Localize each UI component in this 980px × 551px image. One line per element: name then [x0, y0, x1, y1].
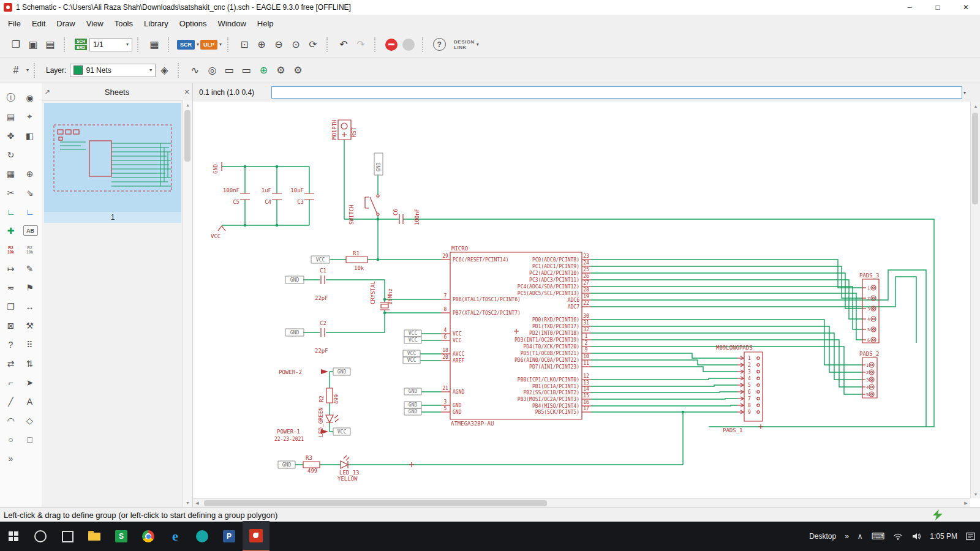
menu-library[interactable]: Library — [138, 16, 174, 31]
scroll-thumb[interactable] — [972, 113, 978, 204]
close-button[interactable]: ✕ — [952, 0, 980, 15]
delete-icon[interactable]: ⊠ — [2, 318, 20, 332]
search-button[interactable] — [27, 522, 54, 551]
polygon-icon[interactable]: ◇ — [21, 413, 39, 427]
blue-app-button[interactable]: P — [216, 522, 243, 551]
rotate-icon[interactable]: ↻ — [2, 148, 20, 162]
scroll-up-icon[interactable]: ▲ — [183, 100, 192, 109]
tag-icon[interactable]: ◈ — [156, 62, 172, 78]
bus-icon[interactable]: ∟ — [21, 204, 39, 219]
paste-icon[interactable]: ⇘ — [21, 186, 39, 200]
menu-view[interactable]: View — [81, 16, 109, 31]
popout-icon[interactable]: ↗ — [42, 88, 53, 96]
dimension-icon[interactable]: ↔ — [21, 299, 39, 313]
teal-app-button[interactable] — [189, 522, 216, 551]
canvas-vscrollbar[interactable]: ▲ ▼ — [970, 102, 980, 498]
scroll-left-icon[interactable]: ◀ — [193, 499, 202, 508]
zoom-in-icon[interactable]: ⊕ — [254, 37, 270, 53]
label-icon[interactable]: ⚑ — [21, 280, 39, 294]
desktop-toolbar-label[interactable]: Desktop — [809, 532, 836, 541]
edge-button[interactable]: e — [162, 522, 189, 551]
print-icon[interactable]: ▤ — [42, 37, 58, 53]
pinswap-icon[interactable]: ⇄ — [2, 356, 20, 370]
sch-brd-toggle[interactable]: SCH BRD — [73, 37, 89, 53]
undo-icon[interactable]: ↶ — [336, 37, 352, 53]
menu-window[interactable]: Window — [213, 16, 252, 31]
action-center-icon[interactable] — [966, 532, 976, 541]
scroll-thumb[interactable] — [204, 500, 547, 506]
menu-options[interactable]: Options — [174, 16, 213, 31]
display-icon[interactable]: ▤ — [2, 110, 20, 124]
zoom-select-icon[interactable]: ⊙ — [288, 37, 304, 53]
net-icon[interactable]: ∟ — [2, 204, 20, 219]
menu-edit[interactable]: Edit — [26, 16, 51, 31]
more-icon[interactable]: » — [2, 451, 20, 465]
value-icon[interactable]: R2 10k — [2, 242, 20, 257]
clock[interactable]: 1:05 PM — [930, 532, 957, 541]
help-icon[interactable]: ? — [431, 37, 447, 53]
name-icon[interactable]: AB — [23, 225, 38, 236]
sheet-thumbnail[interactable] — [44, 103, 181, 212]
sheets-scrollbar[interactable]: ▲ ▼ — [183, 100, 192, 507]
info-icon[interactable]: ⓘ — [2, 91, 20, 105]
ulp-button[interactable]: ULP ▾ — [200, 37, 222, 53]
panel-close-icon[interactable]: ✕ — [181, 88, 192, 96]
scroll-up-icon[interactable]: ▲ — [971, 102, 980, 110]
task-view-button[interactable] — [54, 522, 81, 551]
open-icon[interactable]: ❐ — [8, 37, 24, 53]
schematic-canvas[interactable]: MO1PTHRSTGND100nFC51uFC410uFC3VCCSWITCHC… — [193, 102, 970, 498]
menu-file[interactable]: File — [2, 16, 26, 31]
eye-icon[interactable]: ◎ — [204, 62, 220, 78]
cut-icon[interactable]: ✂ — [2, 186, 20, 200]
miter-icon[interactable]: ⌐ — [2, 375, 20, 389]
eagle-taskbar-button[interactable] — [243, 521, 270, 551]
file-explorer-button[interactable] — [81, 522, 108, 551]
scroll-down-icon[interactable]: ▼ — [183, 498, 192, 507]
gear-icon[interactable]: ⚙ — [273, 62, 288, 78]
add-link-icon[interactable]: ⊕ — [255, 62, 271, 78]
layer-select[interactable]: 91 Nets ▾ — [70, 64, 156, 77]
scroll-thumb[interactable] — [184, 110, 190, 162]
command-input[interactable] — [271, 86, 962, 99]
menu-tools[interactable]: Tools — [109, 16, 138, 31]
chrome-button[interactable] — [135, 522, 162, 551]
redo-icon[interactable]: ↷ — [353, 37, 369, 53]
scroll-down-icon[interactable]: ▼ — [971, 490, 980, 498]
text-icon[interactable]: A — [21, 394, 39, 408]
group-icon[interactable]: ▦ — [2, 167, 20, 181]
toolbar-expand-icon[interactable]: » — [845, 532, 849, 541]
copy-icon[interactable]: ❐ — [2, 299, 20, 313]
wire-icon[interactable]: ╱ — [2, 394, 20, 408]
stop-icon[interactable] — [383, 37, 399, 53]
cam-icon[interactable]: ▦ — [146, 37, 162, 53]
scr-button[interactable]: SCR ▾ — [177, 37, 199, 53]
volume-icon[interactable] — [911, 533, 921, 540]
touch-keyboard-icon[interactable]: ⌨ — [872, 531, 885, 542]
maximize-button[interactable]: □ — [924, 0, 952, 15]
junction-icon[interactable]: ✚ — [2, 223, 20, 238]
go-icon[interactable] — [401, 37, 417, 53]
canvas-hscrollbar[interactable]: ◀ ▶ — [193, 498, 970, 508]
wrench-icon[interactable]: ⚒ — [21, 318, 39, 332]
arrow-icon[interactable]: ➤ — [21, 375, 39, 389]
wifi-icon[interactable] — [893, 533, 903, 541]
invoke-icon[interactable]: ↦ — [2, 261, 20, 276]
frame-icon[interactable]: ▭ — [221, 62, 237, 78]
zoom-redraw-icon[interactable]: ⟳ — [305, 37, 321, 53]
errors-icon[interactable]: ? — [2, 337, 20, 351]
mark-icon[interactable]: ⌖ — [21, 110, 39, 124]
change-icon[interactable]: ⊕ — [21, 167, 39, 181]
menu-help[interactable]: Help — [252, 16, 279, 31]
dots-icon[interactable]: ⠿ — [21, 337, 39, 351]
start-button[interactable] — [0, 522, 27, 551]
arc-icon[interactable]: ◠ — [2, 413, 20, 427]
rect-icon[interactable]: □ — [21, 432, 39, 446]
zoom-out-icon[interactable]: ⊖ — [271, 37, 287, 53]
gateswap-icon[interactable]: ⇅ — [21, 356, 39, 370]
smash-icon[interactable]: R2 10k — [21, 242, 39, 257]
ripup-icon[interactable]: ∿ — [187, 62, 203, 78]
green-app-button[interactable]: S — [108, 522, 135, 551]
menu-draw[interactable]: Draw — [51, 16, 80, 31]
move-icon[interactable]: ✥ — [2, 129, 20, 143]
gear2-icon[interactable]: ⚙ — [290, 62, 306, 78]
